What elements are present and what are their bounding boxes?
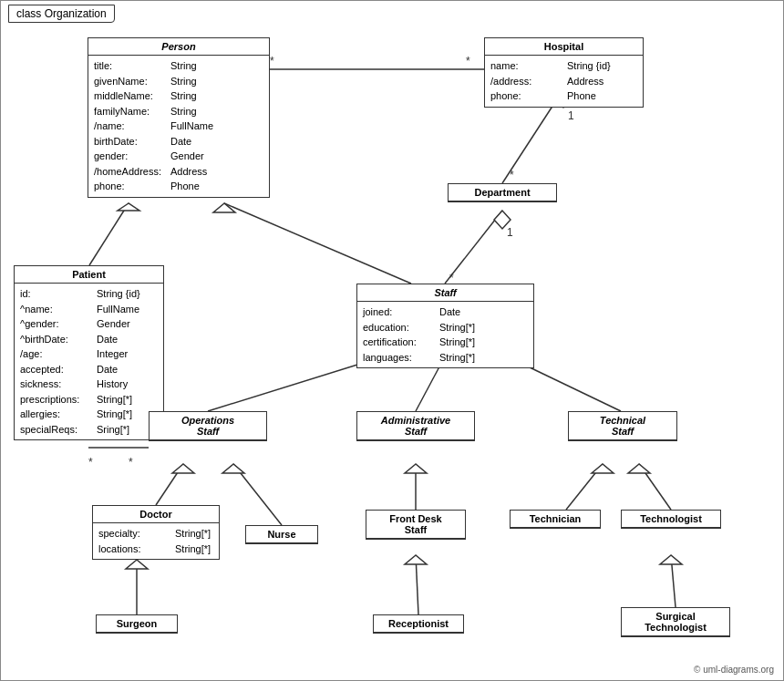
class-technologist-header: Technologist (622, 511, 720, 528)
class-patient-header: Patient (15, 266, 163, 284)
class-person-body: title:String givenName:String middleName… (88, 56, 269, 197)
svg-text:*: * (510, 169, 514, 181)
class-admin-staff: AdministrativeStaff (356, 411, 475, 441)
svg-marker-33 (628, 464, 650, 473)
class-doctor-header: Doctor (93, 506, 219, 523)
class-person-header: Person (88, 38, 269, 56)
svg-text:*: * (270, 55, 274, 67)
svg-marker-35 (126, 560, 148, 569)
svg-marker-31 (592, 464, 614, 473)
class-staff: Staff joined:Date education:String[*] ce… (356, 284, 534, 368)
class-technical-staff-header: TechnicalStaff (569, 412, 676, 440)
class-admin-staff-header: AdministrativeStaff (357, 412, 474, 440)
svg-marker-37 (405, 555, 427, 564)
svg-marker-39 (660, 555, 682, 564)
class-nurse-header: Nurse (246, 526, 317, 543)
svg-line-30 (566, 464, 603, 510)
class-technician: Technician (510, 510, 601, 529)
class-surgeon-header: Surgeon (97, 615, 177, 633)
class-hospital: Hospital name:String {id} /address:Addre… (484, 37, 644, 108)
class-department: Department (448, 183, 557, 202)
class-surgical-technologist-header: SurgicalTechnologist (622, 608, 729, 636)
class-operations-staff-header: OperationsStaff (150, 412, 266, 440)
class-surgical-technologist: SurgicalTechnologist (621, 607, 730, 637)
svg-line-32 (639, 464, 671, 510)
class-doctor-body: specialty:String[*] locations:String[*] (93, 523, 219, 559)
class-doctor: Doctor specialty:String[*] locations:Str… (92, 505, 220, 560)
svg-text:1: 1 (507, 226, 513, 239)
class-staff-body: joined:Date education:String[*] certific… (357, 302, 533, 367)
svg-marker-14 (213, 203, 235, 212)
class-surgeon: Surgeon (96, 614, 178, 634)
diagram-title: class Organization (8, 5, 115, 23)
class-hospital-header: Hospital (485, 38, 643, 56)
class-department-header: Department (449, 184, 556, 201)
svg-marker-25 (172, 464, 194, 473)
class-technical-staff: TechnicalStaff (568, 411, 677, 441)
diagram-container: class Organization * 1 1 * * * (0, 0, 784, 681)
svg-text:1: 1 (568, 109, 574, 122)
class-front-desk-staff: Front DeskStaff (366, 510, 466, 540)
class-staff-header: Staff (357, 284, 533, 302)
class-receptionist-header: Receptionist (374, 615, 463, 633)
class-patient: Patient id:String {id} ^name:FullName ^g… (14, 265, 164, 440)
svg-text:*: * (129, 456, 133, 469)
class-technologist: Technologist (621, 510, 721, 529)
class-patient-body: id:String {id} ^name:FullName ^gender:Ge… (15, 284, 163, 439)
svg-text:*: * (449, 272, 454, 284)
svg-line-4 (445, 211, 502, 284)
svg-marker-27 (222, 464, 244, 473)
copyright: © uml-diagrams.org (694, 665, 774, 675)
svg-text:*: * (466, 55, 470, 67)
class-person: Person title:String givenName:String mid… (88, 37, 270, 198)
svg-line-11 (89, 203, 129, 265)
class-receptionist: Receptionist (373, 614, 464, 634)
svg-text:*: * (88, 456, 93, 469)
class-hospital-body: name:String {id} /address:Address phone:… (485, 56, 643, 107)
class-nurse: Nurse (245, 525, 318, 544)
svg-marker-29 (405, 464, 427, 473)
svg-line-26 (233, 464, 282, 525)
class-technician-header: Technician (511, 511, 600, 528)
svg-marker-5 (494, 211, 511, 229)
svg-line-24 (156, 464, 183, 505)
svg-marker-12 (118, 203, 139, 211)
class-front-desk-header: Front DeskStaff (366, 511, 465, 539)
svg-line-13 (224, 203, 411, 284)
svg-line-36 (416, 555, 418, 614)
svg-line-38 (671, 555, 676, 607)
class-operations-staff: OperationsStaff (149, 411, 267, 441)
